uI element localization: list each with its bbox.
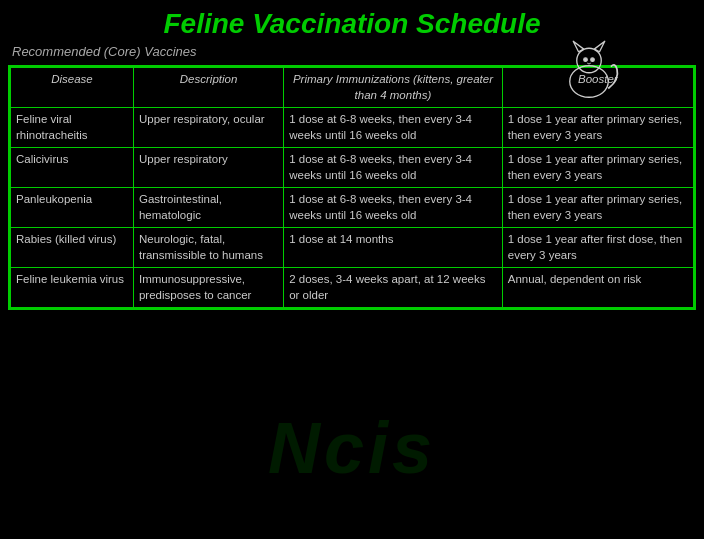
cell-booster: 1 dose 1 year after first dose, then eve… bbox=[502, 228, 693, 268]
cell-booster: 1 dose 1 year after primary series, then… bbox=[502, 108, 693, 148]
cell-booster: 1 dose 1 year after primary series, then… bbox=[502, 188, 693, 228]
cell-description: Upper respiratory bbox=[133, 148, 283, 188]
cell-disease: Feline viral rhinotracheitis bbox=[11, 108, 134, 148]
col-description-header: Description bbox=[133, 68, 283, 108]
svg-marker-2 bbox=[573, 41, 584, 52]
table-row: Feline viral rhinotracheitisUpper respir… bbox=[11, 108, 694, 148]
cell-disease: Rabies (killed virus) bbox=[11, 228, 134, 268]
col-primary-header: Primary Immunizations (kittens, greater … bbox=[284, 68, 503, 108]
cat-icon bbox=[554, 36, 624, 106]
table-row: Rabies (killed virus)Neurologic, fatal, … bbox=[11, 228, 694, 268]
cell-description: Neurologic, fatal, transmissible to huma… bbox=[133, 228, 283, 268]
cell-disease: Feline leukemia virus bbox=[11, 268, 134, 308]
cell-description: Immunosuppressive, predisposes to cancer bbox=[133, 268, 283, 308]
svg-marker-3 bbox=[594, 41, 605, 52]
table-row: PanleukopeniaGastrointestinal, hematolog… bbox=[11, 188, 694, 228]
cell-description: Upper respiratory, ocular bbox=[133, 108, 283, 148]
svg-point-4 bbox=[584, 58, 588, 62]
cell-disease: Calicivirus bbox=[11, 148, 134, 188]
table-row: Feline leukemia virusImmunosuppressive, … bbox=[11, 268, 694, 308]
svg-point-1 bbox=[577, 48, 602, 73]
svg-point-0 bbox=[570, 66, 609, 98]
cell-description: Gastrointestinal, hematologic bbox=[133, 188, 283, 228]
cell-booster: 1 dose 1 year after primary series, then… bbox=[502, 148, 693, 188]
cell-primary: 1 dose at 6-8 weeks, then every 3-4 week… bbox=[284, 188, 503, 228]
watermark: Ncis bbox=[268, 407, 436, 489]
cell-primary: 1 dose at 6-8 weeks, then every 3-4 week… bbox=[284, 148, 503, 188]
table-body: Feline viral rhinotracheitisUpper respir… bbox=[11, 108, 694, 308]
cell-booster: Annual, dependent on risk bbox=[502, 268, 693, 308]
cell-primary: 1 dose at 6-8 weeks, then every 3-4 week… bbox=[284, 108, 503, 148]
table-row: CalicivirusUpper respiratory1 dose at 6-… bbox=[11, 148, 694, 188]
cell-primary: 1 dose at 14 months bbox=[284, 228, 503, 268]
svg-point-5 bbox=[591, 58, 595, 62]
cell-disease: Panleukopenia bbox=[11, 188, 134, 228]
cell-primary: 2 doses, 3-4 weeks apart, at 12 weeks or… bbox=[284, 268, 503, 308]
page: Feline Vaccination Schedule Recommended … bbox=[0, 0, 704, 539]
col-disease-header: Disease bbox=[11, 68, 134, 108]
